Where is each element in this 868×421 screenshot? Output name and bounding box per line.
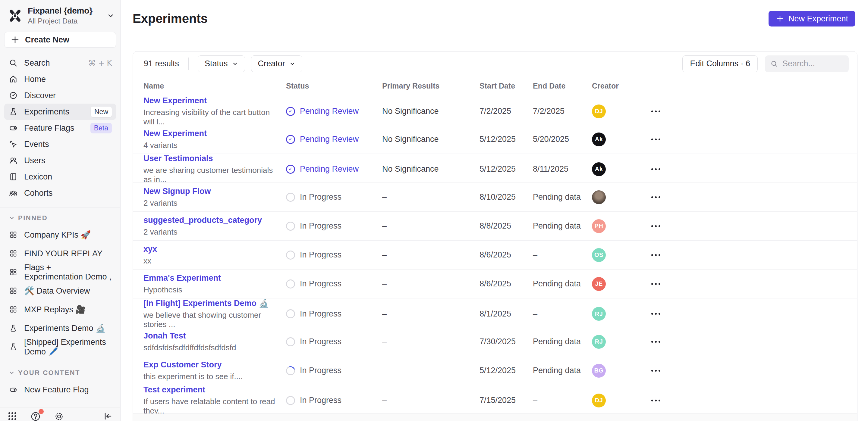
experiment-link[interactable]: Test experiment xyxy=(144,385,205,394)
sidebar-item-company-kpis[interactable]: Company KPIs 🚀 xyxy=(4,226,116,244)
table-row: New Signup Flow 2 variants In Progress –… xyxy=(133,183,857,212)
row-actions-button[interactable] xyxy=(639,196,673,198)
experiment-link[interactable]: suggested_products_category xyxy=(144,216,262,225)
experiment-link[interactable]: User Testimonials xyxy=(144,154,213,163)
sidebar-item-home[interactable]: Home xyxy=(4,71,116,87)
sidebar-item-search[interactable]: Search ⌘ + K xyxy=(4,55,116,71)
status-circle-icon xyxy=(286,135,295,144)
row-actions-button[interactable] xyxy=(639,341,673,343)
column-header-creator[interactable]: Creator xyxy=(592,82,639,90)
start-date-cell: 5/12/2025 xyxy=(479,135,533,144)
sidebar-item-users[interactable]: Users xyxy=(4,152,116,169)
creator-filter-button[interactable]: Creator xyxy=(251,56,302,72)
toolbar-divider xyxy=(188,58,189,70)
experiment-link[interactable]: xyx xyxy=(144,245,157,254)
status-filter-button[interactable]: Status xyxy=(198,56,245,72)
status-label: In Progress xyxy=(300,279,341,289)
experiments-card: 91 results Status Creator Edit Columns ·… xyxy=(133,51,858,421)
primary-results-cell: – xyxy=(382,221,479,231)
experiment-link[interactable]: New Signup Flow xyxy=(144,187,211,196)
sidebar-item-discover[interactable]: Discover xyxy=(4,87,116,104)
sidebar-item-label: Search xyxy=(24,58,82,68)
column-header-name[interactable]: Name xyxy=(144,82,286,90)
row-actions-button[interactable] xyxy=(639,370,673,371)
sidebar-item-experiments[interactable]: Experiments New xyxy=(4,104,116,120)
status-label: In Progress xyxy=(300,221,341,231)
start-date-cell: 5/12/2025 xyxy=(479,164,533,174)
primary-results-cell: – xyxy=(382,366,479,375)
experiment-name-cell: xyx xx xyxy=(144,245,286,266)
table-row: suggested_products_category 2 variants I… xyxy=(133,212,857,240)
table-row: Emma's Experiment Hypothesis In Progress… xyxy=(133,269,857,298)
creator-cell: JE xyxy=(592,277,639,291)
chevron-down-icon xyxy=(289,61,296,67)
sidebar-item-mxp-replays[interactable]: MXP Replays 🎥 xyxy=(4,300,116,319)
sidebar-item-events[interactable]: Events xyxy=(4,136,116,152)
experiment-link[interactable]: Exp Customer Story xyxy=(144,360,222,369)
row-actions-button[interactable] xyxy=(639,254,673,256)
row-actions-button[interactable] xyxy=(639,110,673,112)
notification-dot xyxy=(38,409,44,414)
experiment-link[interactable]: New Experiment xyxy=(144,96,207,105)
creator-avatar: DJ xyxy=(592,394,606,408)
help-icon[interactable] xyxy=(30,411,41,421)
search-input[interactable] xyxy=(782,59,843,68)
pinned-section-toggle[interactable]: PINNED xyxy=(0,210,120,226)
sidebar-item-experiments-demo[interactable]: Experiments Demo 🔬 xyxy=(4,319,116,337)
column-header-primary-results[interactable]: Primary Results xyxy=(382,82,479,90)
sidebar-item-data-overview[interactable]: 🛠️ Data Overview xyxy=(4,282,116,300)
table-row: xyx xx In Progress – 8/6/2025 – OS xyxy=(133,240,857,269)
row-actions-button[interactable] xyxy=(639,168,673,170)
sidebar-item-lexicon[interactable]: Lexicon xyxy=(4,169,116,185)
column-header-end-date[interactable]: End Date xyxy=(533,82,592,90)
pinned-item-label: [Shipped] Experiments Demo 🖊️ xyxy=(24,337,112,357)
row-actions-button[interactable] xyxy=(639,225,673,227)
workspace-switcher[interactable]: Fixpanel {demo} All Project Data xyxy=(0,0,120,30)
creator-cell: DJ xyxy=(592,104,639,118)
status-cell: In Progress xyxy=(286,250,382,260)
experiment-link[interactable]: Emma's Experiment xyxy=(144,273,221,283)
primary-results-cell: – xyxy=(382,309,479,319)
experiment-name-cell: New Signup Flow 2 variants xyxy=(144,187,286,208)
experiment-link[interactable]: New Experiment xyxy=(144,129,207,138)
create-new-button[interactable]: Create New xyxy=(4,32,116,47)
experiment-description: Increasing visibility of the cart button… xyxy=(144,108,277,127)
creator-cell xyxy=(592,190,639,204)
end-date-cell: – xyxy=(533,396,592,405)
pinned-section-title: PINNED xyxy=(18,214,48,222)
row-actions-button[interactable] xyxy=(639,313,673,315)
experiment-name-cell: Test experiment If users have relatable … xyxy=(144,385,286,416)
settings-gear-icon[interactable] xyxy=(54,411,64,421)
row-actions-button[interactable] xyxy=(639,283,673,285)
creator-cell: Ak xyxy=(592,132,639,147)
page-header: Experiments New Experiment xyxy=(121,0,868,27)
experiment-link[interactable]: Jonah Test xyxy=(144,331,186,341)
pinned-item-label: FIND YOUR REPLAY xyxy=(24,249,112,258)
toggle-icon xyxy=(8,385,18,394)
status-circle-icon xyxy=(286,280,295,289)
creator-avatar xyxy=(592,190,606,204)
flask-icon xyxy=(8,342,18,352)
row-actions-button[interactable] xyxy=(639,400,673,401)
start-date-cell: 7/15/2025 xyxy=(479,396,533,405)
your-content-toggle[interactable]: YOUR CONTENT xyxy=(0,365,120,380)
sidebar-item-cohorts[interactable]: Cohorts xyxy=(4,185,116,201)
new-experiment-button[interactable]: New Experiment xyxy=(769,11,855,27)
sidebar-item-find-your-replay[interactable]: FIND YOUR REPLAY xyxy=(4,244,116,263)
creator-cell: OS xyxy=(592,248,639,262)
chevron-down-icon xyxy=(9,215,14,221)
collapse-sidebar-icon[interactable] xyxy=(103,411,113,421)
experiment-link[interactable]: [In Flight] Experiments Demo 🔬 xyxy=(144,298,269,308)
sidebar-item-new-feature-flag[interactable]: New Feature Flag xyxy=(4,380,116,399)
flask-icon xyxy=(8,107,18,117)
column-header-start-date[interactable]: Start Date xyxy=(479,82,533,90)
apps-grid-icon[interactable] xyxy=(7,411,18,421)
sidebar-item-feature-flags[interactable]: Feature Flags Beta xyxy=(4,120,116,136)
end-date-cell: Pending data xyxy=(533,221,592,231)
row-actions-button[interactable] xyxy=(639,138,673,140)
sidebar-item-flags-experimentation-demo[interactable]: Flags + Experimentation Demo , xyxy=(4,263,116,282)
edit-columns-button[interactable]: Edit Columns · 6 xyxy=(682,56,758,72)
sidebar-item-shipped-experiments-demo[interactable]: [Shipped] Experiments Demo 🖊️ xyxy=(4,337,116,356)
status-label: In Progress xyxy=(300,366,341,375)
column-header-status[interactable]: Status xyxy=(286,82,382,90)
